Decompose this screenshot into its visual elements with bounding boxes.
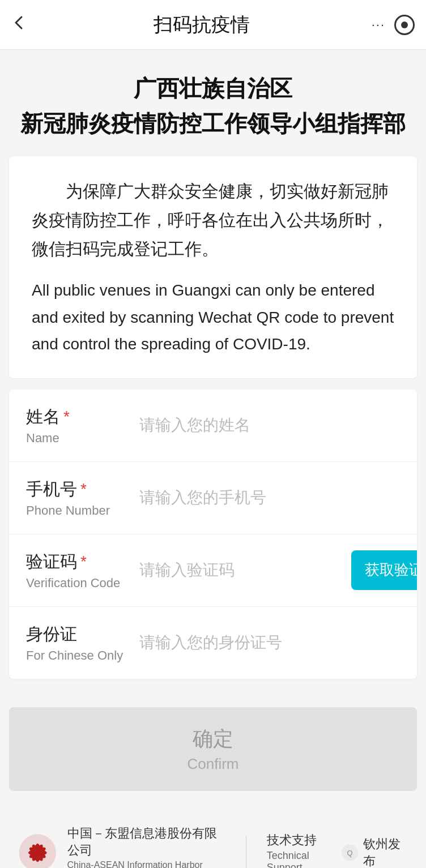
name-input-area xyxy=(139,416,400,434)
tech-support-english: Technical Support xyxy=(267,850,340,868)
scan-icon[interactable] xyxy=(394,15,415,35)
phone-required-star: * xyxy=(80,480,87,498)
company-logo-icon xyxy=(17,830,58,868)
get-verifycode-button[interactable]: 获取验证码 Click Here xyxy=(351,550,417,590)
confirm-section: 确定 Confirm xyxy=(0,690,426,814)
confirm-button[interactable]: 确定 Confirm xyxy=(9,707,417,791)
idcard-input-area xyxy=(139,634,400,652)
qinzhou-logo-icon: Q xyxy=(340,843,359,863)
page-title-section: 广西壮族自治区 新冠肺炎疫情防控工作领导小组指挥部 xyxy=(0,50,426,156)
svg-point-7 xyxy=(33,849,42,857)
name-label-group: 姓名 * Name xyxy=(26,405,139,446)
verifycode-label-english: Verification Code xyxy=(26,576,139,591)
qinzhou-text: 钦州发布 xyxy=(363,836,409,868)
verifycode-field-row: 验证码 * Verification Code 获取验证码 Click Here xyxy=(9,535,417,607)
phone-input-area xyxy=(139,489,400,507)
footer-right: Q 钦州发布 xyxy=(340,836,409,868)
verifycode-required-star: * xyxy=(80,553,87,571)
idcard-label-group: 身份证 For Chinese Only xyxy=(26,623,139,663)
idcard-input[interactable] xyxy=(139,634,400,652)
name-label-english: Name xyxy=(26,431,139,446)
idcard-field-row: 身份证 For Chinese Only xyxy=(9,607,417,679)
svg-text:Q: Q xyxy=(347,848,352,857)
phone-input[interactable] xyxy=(139,489,400,507)
tech-support: 技术支持 Technical Support xyxy=(267,832,340,868)
title-line1: 广西壮族自治区 xyxy=(17,72,409,104)
verifycode-label-chinese: 验证码 * xyxy=(26,550,139,574)
verifycode-label-group: 验证码 * Verification Code xyxy=(26,550,139,591)
name-field-row: 姓名 * Name xyxy=(9,390,417,462)
company-info: 中国－东盟信息港股份有限公司 China-ASEAN Information H… xyxy=(67,825,225,868)
back-button[interactable] xyxy=(11,15,34,35)
name-input[interactable] xyxy=(139,416,400,434)
confirm-chinese: 确定 xyxy=(27,725,399,753)
info-chinese-text: 为保障广大群众安全健康，切实做好新冠肺炎疫情防控工作，呼吁各位在出入公共场所时，… xyxy=(32,177,394,263)
phone-label-english: Phone Number xyxy=(26,503,139,518)
idcard-label-chinese: 身份证 xyxy=(26,623,139,646)
footer-left: 中国－东盟信息港股份有限公司 China-ASEAN Information H… xyxy=(17,825,340,868)
form-card: 姓名 * Name 手机号 * Phone Number 验证码 * xyxy=(9,390,417,679)
phone-label-group: 手机号 * Phone Number xyxy=(26,478,139,518)
verifycode-input[interactable] xyxy=(139,561,342,579)
footer: 中国－东盟信息港股份有限公司 China-ASEAN Information H… xyxy=(0,814,426,868)
confirm-english: Confirm xyxy=(27,755,399,773)
verifycode-input-area: 获取验证码 Click Here xyxy=(139,550,417,590)
header: 扫码抗疫情 ··· xyxy=(0,0,426,50)
page-title: 扫码抗疫情 xyxy=(34,12,369,38)
more-icon[interactable]: ··· xyxy=(372,18,385,32)
info-english-text: All public venues in Guangxi can only be… xyxy=(32,277,394,358)
company-name-english: China-ASEAN Information Harbor Co.,Ltd. xyxy=(67,860,225,868)
footer-divider xyxy=(246,836,246,868)
tech-support-chinese: 技术支持 xyxy=(267,832,317,849)
title-line2: 新冠肺炎疫情防控工作领导小组指挥部 xyxy=(17,108,409,139)
phone-label-chinese: 手机号 * xyxy=(26,478,139,501)
verify-btn-chinese: 获取验证码 xyxy=(365,561,417,578)
company-name-chinese: 中国－东盟信息港股份有限公司 xyxy=(67,825,225,859)
info-card: 为保障广大群众安全健康，切实做好新冠肺炎疫情防控工作，呼吁各位在出入公共场所时，… xyxy=(9,156,417,378)
header-actions: ··· xyxy=(369,15,415,35)
name-label-chinese: 姓名 * xyxy=(26,405,139,429)
phone-field-row: 手机号 * Phone Number xyxy=(9,462,417,535)
idcard-label-english: For Chinese Only xyxy=(26,648,139,663)
name-required-star: * xyxy=(63,408,70,426)
